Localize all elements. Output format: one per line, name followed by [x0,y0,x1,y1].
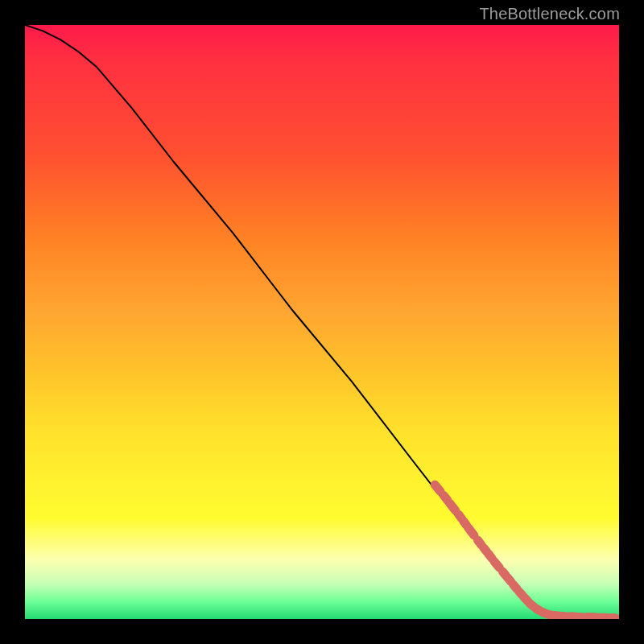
plot-area [24,24,620,620]
segment-dash [435,485,440,491]
curve-line [25,25,619,618]
chart-svg [25,25,619,619]
segments-overlay [435,485,615,618]
curve-line-group [25,25,619,618]
segment-dash [469,527,474,535]
chart-frame: TheBottleneck.com [0,0,644,644]
segment-dash [444,495,448,500]
segment-dash [450,503,456,510]
watermark-text: TheBottleneck.com [479,5,620,23]
segment-dash [494,561,499,568]
segment-dash [477,540,481,545]
segment-dash [489,554,493,559]
